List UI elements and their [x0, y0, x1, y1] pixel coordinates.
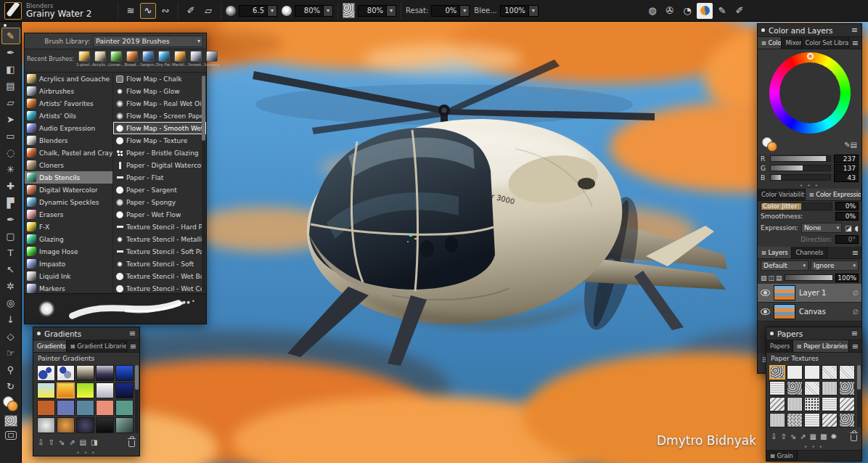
new-gradient-icon[interactable]: ▤: [80, 439, 86, 446]
saturation-value-triangle[interactable]: [783, 66, 837, 120]
resat-value[interactable]: 0%: [432, 6, 459, 16]
layer-adjuster-tool[interactable]: ➤: [1, 111, 20, 128]
capture-paper-icon[interactable]: ▩: [820, 433, 827, 441]
paper-texture-swatch[interactable]: [839, 413, 855, 427]
red-slider[interactable]: [770, 155, 831, 162]
blue-value[interactable]: 43: [834, 173, 859, 182]
brush-variant-row[interactable]: Flow Map - Texture: [113, 134, 206, 147]
image-effects-tool[interactable]: ✲: [1, 278, 20, 295]
dropdown-arrow-icon[interactable]: ▾: [267, 6, 277, 16]
tab-gradient-libraries[interactable]: ⊠Gradient Libraries: [67, 340, 127, 352]
panel-resize-dots[interactable]: • • •: [766, 443, 861, 450]
recent-brush-item[interactable]: Smoot...: [189, 51, 203, 67]
straight-line-strokes-icon[interactable]: ∾: [157, 3, 173, 19]
brush-variant-row[interactable]: Paper - Sargent: [113, 184, 206, 196]
make-paper-icon[interactable]: ▦: [810, 433, 816, 441]
brush-category-row[interactable]: Image Hose: [25, 245, 112, 258]
dropdown-arrow-icon[interactable]: ▾: [323, 6, 332, 16]
paper-texture-swatch[interactable]: [822, 397, 838, 411]
layer-options-icon[interactable]: ∅: [853, 290, 859, 297]
tab-color-set-libraries[interactable]: Color Set Libraries: [802, 37, 849, 49]
gradient-library-import-icon[interactable]: ⇩: [38, 439, 44, 446]
variant-scrollbar[interactable]: [202, 74, 205, 292]
grabber-hand-tool[interactable]: ☞: [1, 345, 20, 361]
lasso-tool[interactable]: ◌: [1, 144, 20, 161]
paper-texture-swatch[interactable]: [787, 365, 803, 380]
pen-tool[interactable]: ✒: [1, 211, 20, 228]
gradient-swatch[interactable]: [57, 400, 75, 416]
tab-layers[interactable]: ⊠Layers: [758, 247, 792, 258]
gradient-swatch[interactable]: [96, 382, 114, 398]
mixer-dab-icon[interactable]: ◍: [644, 3, 660, 19]
brush-category-row[interactable]: Markers: [25, 282, 112, 293]
brush-variant-row[interactable]: Texture Stencil - Wet Buildup: [113, 270, 206, 282]
perspective-grid-tool[interactable]: ◇: [1, 328, 20, 345]
stroke-jitter-icon[interactable]: ◔: [679, 3, 695, 19]
gradient-fill-tool[interactable]: ▤: [1, 78, 20, 94]
tab-papers[interactable]: Papers: [766, 340, 793, 352]
dropdown-arrow-icon[interactable]: ▾: [803, 263, 806, 269]
composite-depth-select[interactable]: Ignore ▾: [811, 261, 859, 271]
brush-category-row[interactable]: Artists' Oils: [25, 110, 112, 122]
paper-texture-swatch[interactable]: [769, 413, 785, 427]
grain-brush-icon[interactable]: ✎: [714, 3, 730, 19]
tab-gradients[interactable]: Gradients: [33, 340, 67, 352]
gradient-swatch[interactable]: [76, 382, 94, 398]
brush-variant-row[interactable]: Flow Map - Smooth Wet Oil: [113, 122, 206, 134]
brush-category-row[interactable]: Chalk, Pastel and Crayons: [25, 147, 112, 159]
brush-ghost-icon[interactable]: ≋: [123, 3, 139, 19]
dropdown-arrow-icon[interactable]: ▾: [386, 6, 396, 16]
gradient-swatch[interactable]: [37, 382, 55, 398]
recent-brush-item[interactable]: 1-pixel...: [77, 51, 91, 67]
delete-paper-icon[interactable]: [851, 435, 857, 441]
gradient-swatch[interactable]: [115, 365, 134, 381]
brush-variant-row[interactable]: Texture Stencil - Hard Pastel: [113, 221, 206, 233]
tab-color[interactable]: ⊠Color: [758, 37, 782, 49]
gradient-swatch[interactable]: [57, 382, 75, 398]
hamburger-menu-icon[interactable]: ≡: [849, 37, 861, 49]
tab-grain[interactable]: ⊠Grain: [766, 451, 798, 461]
hamburger-menu-icon[interactable]: ≡: [851, 329, 858, 338]
paper-import-icon[interactable]: ⇘: [790, 433, 796, 441]
brush-category-row[interactable]: Audio Expression: [25, 122, 112, 134]
paper-texture-swatch[interactable]: [769, 365, 785, 380]
brush-variant-row[interactable]: Flow Map - Glow: [113, 85, 206, 97]
opacity-control[interactable]: 80%▾: [282, 5, 333, 17]
paper-texture-swatch[interactable]: [804, 397, 820, 411]
gradient-import-icon[interactable]: ⇘: [59, 439, 65, 446]
hamburger-menu-icon[interactable]: ≡: [127, 340, 139, 352]
brush-category-row[interactable]: Glazing: [25, 233, 112, 245]
gradient-swatch[interactable]: [96, 417, 114, 433]
brush-variant-row[interactable]: Texture Stencil - Wet Cover: [113, 282, 206, 293]
layer-row[interactable]: Layer 1 ∅: [758, 284, 861, 303]
magnifier-tool[interactable]: ⚲: [1, 361, 20, 378]
main-color-icon[interactable]: [7, 401, 18, 411]
brush-variant-row[interactable]: Paper - Flat: [113, 171, 206, 184]
dropper-tool[interactable]: ✒: [1, 44, 20, 61]
gradient-swatch[interactable]: [115, 382, 134, 398]
main-additional-color-swatch[interactable]: [762, 137, 781, 153]
dropdown-arrow-icon[interactable]: ▾: [459, 6, 469, 16]
papers-panel-header[interactable]: Papers ≡: [766, 327, 861, 340]
resat-control[interactable]: Resat: 0%▾: [406, 5, 470, 17]
brush-category-row[interactable]: Digital Watercolor: [25, 184, 112, 196]
gradient-swatch[interactable]: [115, 400, 134, 416]
gradient-swatch[interactable]: [37, 400, 55, 416]
brush-variant-row[interactable]: Flow Map - Chalk: [113, 73, 206, 85]
color-jitter-slider[interactable]: Color Jitter:: [761, 202, 832, 210]
expression-invert-icon[interactable]: ◪: [845, 224, 851, 232]
rectangular-selection-tool[interactable]: ▭: [1, 128, 20, 144]
gradient-swatch[interactable]: [57, 417, 75, 433]
layer-name[interactable]: Canvas: [799, 308, 849, 316]
paper-library-export-icon[interactable]: ⇧: [780, 433, 786, 441]
preserve-transparency-icon[interactable]: ▨: [761, 274, 767, 282]
gradients-panel-header[interactable]: Gradients ≡: [33, 327, 139, 340]
brush-category-row[interactable]: Airbrushes: [25, 85, 112, 97]
recent-brush-item[interactable]: Sargen...: [141, 51, 155, 67]
brush-variant-row[interactable]: Paper - Digital Watercolor Par: [113, 159, 206, 171]
blue-slider[interactable]: [770, 174, 831, 181]
tab-color-variability[interactable]: Color Variability: [758, 189, 806, 200]
brush-size-value[interactable]: 6.5: [239, 6, 267, 16]
main-additional-color-swatch[interactable]: [2, 396, 20, 412]
mirror-painting-tool[interactable]: ↓: [1, 311, 20, 328]
